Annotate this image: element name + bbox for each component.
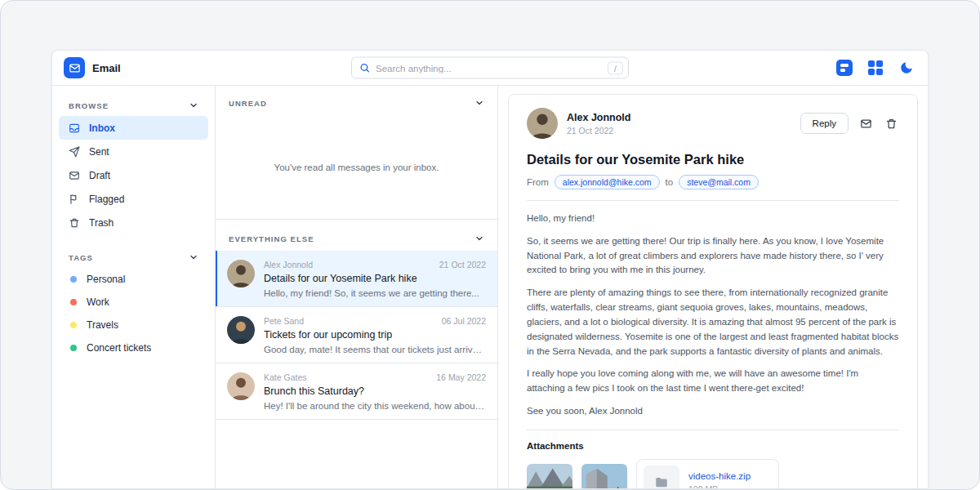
board-icon [836, 60, 853, 76]
tag-color-dot [70, 276, 77, 283]
sidebar: BROWSE Inbox Sent Draft [52, 86, 216, 488]
tags-section: TAGS Personal Work Travels [59, 246, 208, 359]
email-detail-pane: Alex Jonnold 21 Oct 2022 Reply [498, 86, 928, 488]
detail-actions: Reply [800, 113, 899, 134]
search-input[interactable] [376, 63, 602, 73]
detail-header: Alex Jonnold 21 Oct 2022 Reply [527, 108, 899, 139]
tag-label: Travels [87, 319, 118, 331]
body-paragraph: I really hope you love coming along with… [527, 367, 899, 396]
tag-label: Personal [87, 274, 125, 285]
reply-button[interactable]: Reply [800, 113, 849, 134]
trash-icon [69, 217, 80, 229]
sidebar-item-trash[interactable]: Trash [59, 211, 208, 234]
tags-section-title: TAGS [69, 253, 93, 262]
attachment-photo-1[interactable] [527, 464, 572, 488]
to-label: to [666, 177, 674, 187]
dark-mode-button[interactable] [897, 58, 916, 78]
browse-nav: Inbox Sent Draft Flagged [59, 116, 208, 234]
sidebar-item-label: Trash [89, 217, 114, 229]
detail-sender-name: Alex Jonnold [567, 112, 630, 123]
attachment-file-card[interactable]: videos-hike.zip 100 MB [636, 459, 779, 488]
search-box: / [351, 57, 629, 79]
sidebar-item-label: Inbox [89, 122, 115, 134]
board-button[interactable] [835, 58, 854, 78]
everything-else-section-header: EVERYTHING ELSE [216, 220, 497, 251]
everything-else-section-title: EVERYTHING ELSE [229, 234, 314, 243]
email-app-window: Email / [51, 50, 929, 489]
from-label: From [527, 177, 549, 187]
search-shortcut-badge: / [608, 61, 623, 74]
mail-date: 06 Jul 2022 [442, 316, 486, 326]
mail-date: 16 May 2022 [436, 372, 486, 382]
mail-preview: Hey! I'll be around the city this weeken… [264, 401, 486, 411]
body-paragraph: Hello, my friend! [527, 212, 899, 226]
mail-subject: Details for our Yosemite Park hike [264, 273, 486, 284]
topbar: Email / [52, 51, 928, 86]
sidebar-item-label: Sent [89, 146, 109, 158]
mail-sender: Kate Gates [264, 372, 307, 382]
body-paragraph: There are plenty of amazing things to se… [527, 286, 899, 359]
sidebar-item-draft[interactable]: Draft [59, 163, 208, 187]
send-icon [69, 146, 80, 158]
inbox-icon [69, 122, 80, 134]
unread-section-title: UNREAD [229, 99, 267, 108]
trash-icon [885, 118, 898, 130]
mail-sender: Pete Sand [264, 316, 304, 326]
mail-subject: Tickets for our upcoming trip [264, 329, 486, 341]
app-title: Email [92, 62, 121, 74]
tags-collapse-chevron-icon[interactable] [189, 252, 198, 262]
tag-label: Work [87, 296, 109, 308]
detail-subject: Details for our Yosemite Park hike [527, 152, 899, 167]
tag-label: Concert tickets [87, 342, 151, 354]
sidebar-item-sent[interactable]: Sent [59, 140, 208, 163]
everything-else-collapse-chevron-icon[interactable] [474, 234, 484, 243]
tag-travels[interactable]: Travels [59, 314, 208, 336]
from-to-row: From alex.jonnold@hike.com to steve@mail… [527, 175, 899, 189]
message-list-column: UNREAD You've read all messages in your … [216, 86, 498, 488]
email-list-item-brunch[interactable]: Kate Gates 16 May 2022 Brunch this Satur… [216, 363, 497, 420]
apps-grid-icon [868, 60, 883, 75]
mark-unread-button[interactable] [858, 116, 874, 131]
email-detail-card: Alex Jonnold 21 Oct 2022 Reply [508, 94, 918, 488]
sidebar-item-label: Draft [89, 170, 110, 181]
sidebar-item-flagged[interactable]: Flagged [59, 187, 208, 211]
mail-sender: Alex Jonnold [264, 260, 313, 270]
sidebar-item-inbox[interactable]: Inbox [59, 116, 208, 140]
mail-preview: Hello, my friend! So, it seems we are ge… [264, 288, 486, 298]
topbar-actions [835, 58, 916, 78]
envelope-icon [860, 118, 872, 130]
sidebar-item-label: Flagged [89, 194, 124, 205]
avatar [227, 260, 255, 287]
email-logo-icon [64, 57, 85, 78]
divider [527, 200, 899, 201]
email-list-item-yosemite[interactable]: Alex Jonnold 21 Oct 2022 Details for our… [216, 251, 497, 307]
avatar [227, 372, 255, 400]
unread-section-header: UNREAD [216, 86, 497, 115]
attachment-photo-2[interactable] [581, 464, 627, 488]
tag-color-dot [70, 345, 77, 351]
tag-work[interactable]: Work [59, 291, 208, 314]
to-email-chip[interactable]: steve@mail.com [679, 175, 759, 189]
delete-button[interactable] [884, 116, 899, 131]
tag-color-dot [70, 299, 77, 305]
tag-personal[interactable]: Personal [59, 268, 208, 291]
tag-color-dot [70, 322, 77, 328]
apps-grid-button[interactable] [866, 58, 885, 78]
body-paragraph: So, it seems we are getting there! Our t… [527, 234, 899, 278]
email-list-item-tickets[interactable]: Pete Sand 06 Jul 2022 Tickets for our up… [216, 307, 497, 363]
browse-collapse-chevron-icon[interactable] [189, 100, 198, 110]
browse-section-header: BROWSE [59, 94, 208, 116]
tag-concert-tickets[interactable]: Concert tickets [59, 336, 208, 359]
flag-icon [69, 194, 80, 205]
unread-collapse-chevron-icon[interactable] [474, 98, 484, 108]
from-email-chip[interactable]: alex.jonnold@hike.com [555, 175, 660, 189]
mail-preview: Good day, mate! It seems that our ticket… [264, 345, 486, 354]
page-background: Email / [0, 0, 980, 490]
email-body: Hello, my friend! So, it seems we are ge… [527, 212, 899, 419]
attachment-file-size: 100 MB [688, 484, 751, 488]
avatar [527, 108, 558, 139]
attachment-file-name: videos-hike.zip [688, 471, 751, 481]
unread-empty-message: You've read all messages in your inbox. [216, 115, 497, 220]
envelope-icon [69, 170, 80, 181]
avatar [227, 316, 255, 344]
